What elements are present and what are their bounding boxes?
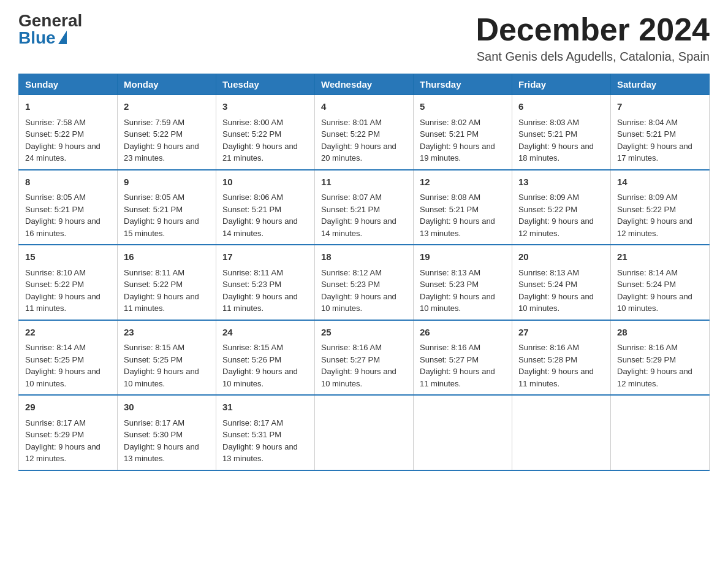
weekday-header-friday: Friday bbox=[512, 74, 611, 95]
weekday-header-wednesday: Wednesday bbox=[315, 74, 414, 95]
calendar-week-row: 22Sunrise: 8:14 AMSunset: 5:25 PMDayligh… bbox=[19, 320, 710, 396]
calendar-cell: 16Sunrise: 8:11 AMSunset: 5:22 PMDayligh… bbox=[118, 245, 216, 320]
calendar-cell bbox=[512, 395, 611, 470]
calendar-cell bbox=[315, 395, 414, 470]
weekday-header-tuesday: Tuesday bbox=[216, 74, 315, 95]
day-number: 29 bbox=[25, 400, 111, 415]
day-number: 21 bbox=[617, 250, 703, 264]
day-number: 11 bbox=[321, 175, 407, 190]
calendar-cell: 15Sunrise: 8:10 AMSunset: 5:22 PMDayligh… bbox=[19, 245, 118, 320]
calendar-cell: 10Sunrise: 8:06 AMSunset: 5:21 PMDayligh… bbox=[216, 170, 315, 245]
calendar-cell: 24Sunrise: 8:15 AMSunset: 5:26 PMDayligh… bbox=[216, 320, 315, 396]
calendar-cell: 5Sunrise: 8:02 AMSunset: 5:21 PMDaylight… bbox=[414, 95, 512, 170]
day-number: 26 bbox=[420, 326, 506, 340]
day-info: Sunrise: 7:59 AMSunset: 5:22 PMDaylight:… bbox=[124, 118, 199, 163]
day-info: Sunrise: 8:04 AMSunset: 5:21 PMDaylight:… bbox=[617, 118, 692, 163]
day-info: Sunrise: 8:16 AMSunset: 5:29 PMDaylight:… bbox=[617, 343, 692, 388]
day-number: 31 bbox=[222, 400, 308, 415]
day-info: Sunrise: 8:11 AMSunset: 5:22 PMDaylight:… bbox=[124, 268, 199, 313]
day-number: 6 bbox=[518, 100, 604, 114]
day-number: 16 bbox=[124, 250, 210, 264]
weekday-header-saturday: Saturday bbox=[611, 74, 710, 95]
month-title: December 2024 bbox=[476, 12, 710, 47]
day-number: 7 bbox=[617, 100, 703, 114]
calendar-cell: 20Sunrise: 8:13 AMSunset: 5:24 PMDayligh… bbox=[512, 245, 611, 320]
calendar-cell: 17Sunrise: 8:11 AMSunset: 5:23 PMDayligh… bbox=[216, 245, 315, 320]
location-title: Sant Genis dels Agudells, Catalonia, Spa… bbox=[476, 50, 710, 64]
day-info: Sunrise: 8:14 AMSunset: 5:24 PMDaylight:… bbox=[617, 268, 692, 313]
day-number: 4 bbox=[321, 100, 407, 114]
calendar-cell: 27Sunrise: 8:16 AMSunset: 5:28 PMDayligh… bbox=[512, 320, 611, 396]
day-number: 17 bbox=[222, 250, 308, 264]
calendar-cell: 29Sunrise: 8:17 AMSunset: 5:29 PMDayligh… bbox=[19, 395, 118, 470]
day-number: 9 bbox=[124, 175, 210, 190]
calendar-cell: 18Sunrise: 8:12 AMSunset: 5:23 PMDayligh… bbox=[315, 245, 414, 320]
title-area: December 2024 Sant Genis dels Agudells, … bbox=[476, 12, 710, 64]
day-info: Sunrise: 8:15 AMSunset: 5:25 PMDaylight:… bbox=[124, 343, 199, 388]
calendar-cell: 6Sunrise: 8:03 AMSunset: 5:21 PMDaylight… bbox=[512, 95, 611, 170]
weekday-header-thursday: Thursday bbox=[414, 74, 512, 95]
day-info: Sunrise: 8:10 AMSunset: 5:22 PMDaylight:… bbox=[25, 268, 100, 313]
logo-triangle-icon bbox=[58, 31, 67, 44]
calendar-table: SundayMondayTuesdayWednesdayThursdayFrid… bbox=[18, 74, 710, 471]
weekday-header-sunday: Sunday bbox=[19, 74, 118, 95]
calendar-cell: 23Sunrise: 8:15 AMSunset: 5:25 PMDayligh… bbox=[118, 320, 216, 396]
day-info: Sunrise: 8:07 AMSunset: 5:21 PMDaylight:… bbox=[321, 193, 396, 238]
day-info: Sunrise: 8:05 AMSunset: 5:21 PMDaylight:… bbox=[124, 193, 199, 238]
day-info: Sunrise: 8:16 AMSunset: 5:27 PMDaylight:… bbox=[420, 343, 495, 388]
day-number: 10 bbox=[222, 175, 308, 190]
calendar-cell bbox=[414, 395, 512, 470]
day-number: 3 bbox=[222, 100, 308, 114]
day-info: Sunrise: 8:12 AMSunset: 5:23 PMDaylight:… bbox=[321, 268, 396, 313]
calendar-week-row: 8Sunrise: 8:05 AMSunset: 5:21 PMDaylight… bbox=[19, 170, 710, 245]
header: General Blue December 2024 Sant Genis de… bbox=[18, 12, 710, 64]
calendar-week-row: 15Sunrise: 8:10 AMSunset: 5:22 PMDayligh… bbox=[19, 245, 710, 320]
day-number: 28 bbox=[617, 326, 703, 340]
weekday-header-monday: Monday bbox=[118, 74, 216, 95]
calendar-cell: 2Sunrise: 7:59 AMSunset: 5:22 PMDaylight… bbox=[118, 95, 216, 170]
day-info: Sunrise: 8:09 AMSunset: 5:22 PMDaylight:… bbox=[518, 193, 594, 238]
calendar-cell: 25Sunrise: 8:16 AMSunset: 5:27 PMDayligh… bbox=[315, 320, 414, 396]
day-info: Sunrise: 8:13 AMSunset: 5:23 PMDaylight:… bbox=[420, 268, 495, 313]
calendar-cell: 9Sunrise: 8:05 AMSunset: 5:21 PMDaylight… bbox=[118, 170, 216, 245]
calendar-cell: 19Sunrise: 8:13 AMSunset: 5:23 PMDayligh… bbox=[414, 245, 512, 320]
logo-blue-text: Blue bbox=[18, 29, 67, 47]
calendar-cell: 21Sunrise: 8:14 AMSunset: 5:24 PMDayligh… bbox=[611, 245, 710, 320]
day-number: 5 bbox=[420, 100, 506, 114]
calendar-cell: 31Sunrise: 8:17 AMSunset: 5:31 PMDayligh… bbox=[216, 395, 315, 470]
logo-general-text: General bbox=[18, 12, 82, 29]
day-info: Sunrise: 8:01 AMSunset: 5:22 PMDaylight:… bbox=[321, 118, 396, 163]
day-info: Sunrise: 8:15 AMSunset: 5:26 PMDaylight:… bbox=[222, 343, 298, 388]
day-number: 13 bbox=[518, 175, 604, 190]
calendar-cell: 3Sunrise: 8:00 AMSunset: 5:22 PMDaylight… bbox=[216, 95, 315, 170]
calendar-cell: 26Sunrise: 8:16 AMSunset: 5:27 PMDayligh… bbox=[414, 320, 512, 396]
calendar-cell: 4Sunrise: 8:01 AMSunset: 5:22 PMDaylight… bbox=[315, 95, 414, 170]
day-number: 15 bbox=[25, 250, 111, 264]
day-number: 8 bbox=[25, 175, 111, 190]
calendar-cell: 22Sunrise: 8:14 AMSunset: 5:25 PMDayligh… bbox=[19, 320, 118, 396]
calendar-week-row: 29Sunrise: 8:17 AMSunset: 5:29 PMDayligh… bbox=[19, 395, 710, 470]
calendar-cell: 12Sunrise: 8:08 AMSunset: 5:21 PMDayligh… bbox=[414, 170, 512, 245]
calendar-cell: 11Sunrise: 8:07 AMSunset: 5:21 PMDayligh… bbox=[315, 170, 414, 245]
weekday-header-row: SundayMondayTuesdayWednesdayThursdayFrid… bbox=[19, 74, 710, 95]
calendar-cell: 14Sunrise: 8:09 AMSunset: 5:22 PMDayligh… bbox=[611, 170, 710, 245]
day-info: Sunrise: 8:14 AMSunset: 5:25 PMDaylight:… bbox=[25, 343, 100, 388]
day-number: 30 bbox=[124, 400, 210, 415]
day-info: Sunrise: 8:17 AMSunset: 5:31 PMDaylight:… bbox=[222, 418, 298, 464]
day-info: Sunrise: 8:16 AMSunset: 5:28 PMDaylight:… bbox=[518, 343, 594, 388]
calendar-cell: 8Sunrise: 8:05 AMSunset: 5:21 PMDaylight… bbox=[19, 170, 118, 245]
day-info: Sunrise: 8:16 AMSunset: 5:27 PMDaylight:… bbox=[321, 343, 396, 388]
day-number: 14 bbox=[617, 175, 703, 190]
day-info: Sunrise: 7:58 AMSunset: 5:22 PMDaylight:… bbox=[25, 118, 100, 163]
day-number: 19 bbox=[420, 250, 506, 264]
logo: General Blue bbox=[18, 12, 82, 47]
calendar-cell: 13Sunrise: 8:09 AMSunset: 5:22 PMDayligh… bbox=[512, 170, 611, 245]
day-info: Sunrise: 8:11 AMSunset: 5:23 PMDaylight:… bbox=[222, 268, 298, 313]
day-info: Sunrise: 8:13 AMSunset: 5:24 PMDaylight:… bbox=[518, 268, 594, 313]
day-number: 2 bbox=[124, 100, 210, 114]
day-number: 27 bbox=[518, 326, 604, 340]
day-info: Sunrise: 8:05 AMSunset: 5:21 PMDaylight:… bbox=[25, 193, 100, 238]
day-info: Sunrise: 8:09 AMSunset: 5:22 PMDaylight:… bbox=[617, 193, 692, 238]
calendar-cell: 7Sunrise: 8:04 AMSunset: 5:21 PMDaylight… bbox=[611, 95, 710, 170]
calendar-cell: 28Sunrise: 8:16 AMSunset: 5:29 PMDayligh… bbox=[611, 320, 710, 396]
